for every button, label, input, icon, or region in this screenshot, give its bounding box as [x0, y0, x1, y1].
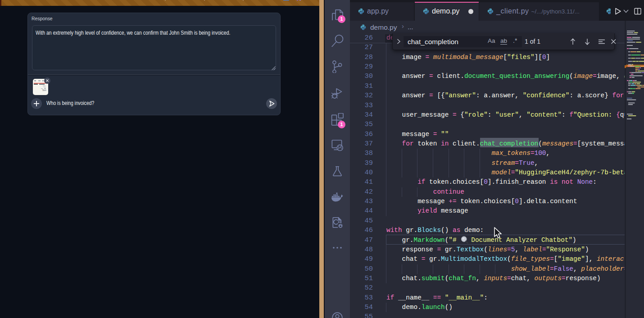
svg-text:Sun: Sun — [42, 89, 46, 91]
